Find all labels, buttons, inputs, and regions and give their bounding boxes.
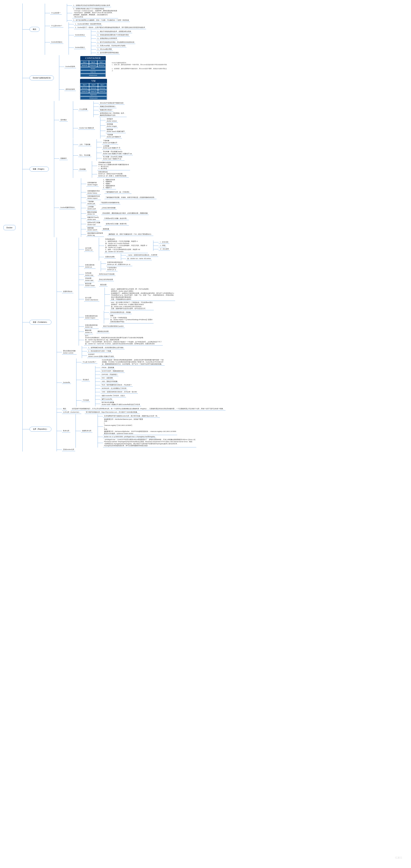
leaf: Dockerfile是由一系列命令和参数构成的脚本，这些命令应用于基础镜像并最终… [101,359,165,366]
cmd-rmi: 删除本地镜像 docker rmi [86,211,98,216]
cmd-history: 查看镜像制作历史 docker history [86,190,101,195]
leaf: 编写 Dockerfile [100,398,113,401]
leaf: 使用快照的COW（写时复制）技术， 确保底层的数据不丢失 [99,112,127,117]
cmd-top: 查看容器进程列表 docker top [84,324,99,329]
cmd-run: 运行容器 docker run [84,247,94,252]
node-pros: Docker的优点 [74,33,86,37]
cmd-stop: 关闭容器 docker stop [84,272,94,277]
leaf: 相当于在容器内部执行ps命令 [102,325,125,328]
leaf: 3、SELinux难以驾驭 [96,48,113,51]
leaf: 2、容器技术的核心由以下几个内核技术组成： - CGroups（Control … [72,7,118,19]
node-cons: Docker的缺点 [74,46,86,49]
leaf: 1、相比于传统的虚拟化技术，容器更加简洁高效 [96,30,132,33]
leaf: CMD：容器启动时执行的命令，仅可以有一条CMD [100,391,138,394]
leaf: 创建 Dockerfile 工作目录，且进入 [100,394,126,397]
leaf: -i：交互式的 [158,241,169,244]
cmd-search: 搜索镜像 docker search [86,227,98,231]
cmd-start: 启动容器 docker start [84,277,94,282]
cmd-push: 上传镜像 docker push [86,206,97,210]
cmd-rm: 删除容器 docker rm [84,329,93,334]
cmd-restart: 重启容器 docker restart [84,282,96,287]
cmd-inspect-c: 查看容器底层信息 docker inspect [84,315,99,319]
node-pros-cons: Docker的优缺点 [50,41,64,44]
node-image-cmds: Docker镜像常用命令 [59,206,76,209]
leaf: 3、由于是在物理机上实施隔离，启动一个容器，可以像启动一个进程一样的快速 [72,19,130,22]
node-what-is-container: 什么是容器？ [50,11,62,14]
leaf: 启动之前关闭的容器 [98,278,114,281]
node-public-repo: 公共仓库（DockerHub） [62,411,81,414]
leaf: 上传自己制作的镜像 [100,207,117,210]
leaf: 导出镜像（导出镜像为tar包） docker save 镜像名字 标签 > 镜像… [102,150,133,155]
node-repo-concept: 概念 [62,407,67,410]
leaf: RUN：制作镜像时执行的命令，可以有多个 [100,383,133,386]
leaf: 参数： -f：过滤一个特殊的区段 如：docker inspect -f '{{… [109,314,153,323]
node-start-repo: 启动Docker仓库 [62,448,76,451]
leaf: 只查看容器ID docker ps -q [106,267,118,271]
leaf: 下载镜像 docker pull 镜像名字 [102,140,118,144]
leaf: -t：终端 [158,244,167,247]
leaf: 搜索镜像 docker search 镜像关键字 [106,128,126,133]
leaf: MAINTAINER：镜像创建者信息 [100,370,125,373]
leaf: ADD：复制文件到镜像 [100,380,118,383]
leaf: 容器命名参数 [104,255,116,258]
leaf: 3、容器使用的公共库和程序 [96,37,118,40]
leaf: -d：后台进程 [158,248,170,251]
leaf: 1、镜像仓库名称 2、镜像标签 3、镜像ID 4、镜像创建时间 5、镜像大小 [102,179,116,189]
leaf: WORKDIR：定义容器默认工作目录 [100,387,127,390]
node-upload-download: 上传、下载镜像 [78,143,91,146]
cmd-attach-exec: 进入容器 docker attach|exec [84,297,99,301]
node-docker-hub: Docker hub 镜像仓库 [78,127,95,130]
leaf: 1、容器技术已经成为应用程序封装和交付的核心技术 [72,4,111,7]
node-syntax: 语法格式 [82,378,90,381]
node-import-export: 导入、导出镜像 [78,154,91,157]
leaf: exec：进入容器之后启动了一个新的命令，可以使用exit退出 进程格式：doc… [110,301,154,310]
root-node: Docker [3,225,16,230]
node-start-image: 启动镜像 [78,168,87,171]
node-containers: 容器（Containers） [30,320,52,324]
leaf: 下载镜像 docker pull 镜像名字 [106,133,122,138]
leaf: FROM：基础镜像 [100,366,115,369]
cmd-load: 使用tar包导入镜像 docker load [86,221,101,226]
leaf: 如：docker run --name -itd centos [126,257,152,260]
leaf: 1、Docker是完整的一套容器管理系统 [74,23,102,26]
leaf: 上传镜像 docker push 镜像名字 ⑦ [102,145,121,150]
leaf: 了解镜像的环境变量、存储卷、标签等详细信息（后面跟镜像或者容器） [105,196,156,199]
cmd-inspect: 查看镜像底层信息 docker inspect [86,195,101,200]
leaf: 使用tar包导入镜像（恢复作用） [105,222,129,225]
leaf: 执行命令生成镜像 docker build -t 镜像名字:标签 Dockerf… [100,401,141,406]
leaf: 下载想要访问的镜像到本地 [99,201,120,204]
leaf: --privileged=true ：CentOS7中的安全模块selinux把… [103,438,196,447]
leaf: 4、监控容器和容器排错是挑战 [96,51,120,54]
leaf: 在本地网络环境中创建的Docker仓库，既方便又快捷，就像本地yum仓库一样。 [103,414,160,418]
node-workflow: 工作流程 [82,399,90,402]
node-basic: 基本概念 [59,118,68,122]
leaf: 镜像是启动容器的核心 [99,105,117,108]
leaf: ENV：设置变量 [100,376,114,380]
leaf: --name：容器启动时给容器命名，方便管理 [126,254,158,257]
leaf: 2、传统的虚拟机需要给每个VM安装操作系统 [96,33,130,37]
node-container-cmds: 容器常用命令 [62,290,74,293]
leaf: 启动镜像生成容器 docker run -it 镜像名称:标签 镜像里面的命令 … [97,161,130,170]
leaf: 了解镜像制作过程（如：打洞次数） [105,191,131,194]
leaf: 方便把tar包导入镜像（备份作用） [103,217,129,220]
node-create-private: 创建私有仓库 [81,429,92,432]
leaf: 查看所有容器详细信息 docker ps -all（或者docker ps -a… [106,261,133,266]
leaf: attach：连接到容器中的上帝进程（即：PID为1的进程） 进程格式：dock… [110,288,175,301]
cmd-save: 镜像另存为tar包 docker save [86,216,100,221]
cmd-tag: 修改镜像的名称和标签 docker tag [86,232,104,237]
leaf: 1、因为它的底层是共享的，所以隔离性没有虚拟化强 [96,41,135,44]
leaf: 2、Docker提供了一组命令，让用户更加方便直接地使用容器技术，而不需要过多的… [74,26,146,29]
leaf: 查询某容器底层信息，同镜像 [109,311,132,314]
cmd-images: 查看镜像列表 docker images [86,181,99,186]
leaf: docker run -d -p 5000:5000 --privileged=… [103,435,156,438]
node-image-ops: 镜像操作 [59,157,68,160]
vm-arch-diagram: VM App A App B App C Bins/Libs Bins/Libs… [80,79,107,100]
leaf: 导入镜像（从tar包导入镜像） docker load < 镜像名字.tar [102,156,125,160]
arch-note: Docker与虚拟化的区别： 1、在第三层，虚拟化底层依赖一个操作系统，而Doc… [112,62,167,71]
node-commit: 通过容器提交镜像 docker commit [62,350,77,354]
leaf: 修改配置文件：/etc/docker/daemon.json，添加如下配置 内容… [103,418,177,435]
cmd-pull: 下载镜像 docker pull [86,200,96,205]
node-docker-vs-vm: Docker与虚拟化的区别 [30,75,54,81]
leaf: 2、共用Linux内核，安全性会有先天缺陷 [96,44,127,48]
leaf: 常用参数使用： 1、如果启动的是一个交互式的镜像，则使用 -it 如：docke… [104,238,148,253]
